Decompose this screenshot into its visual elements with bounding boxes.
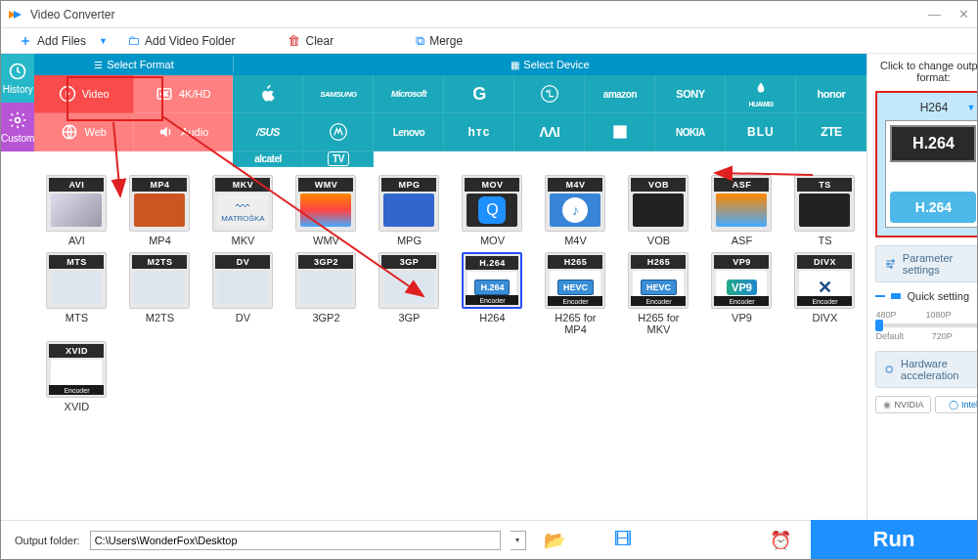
custom-button[interactable]: Custom xyxy=(1,103,34,151)
format-badge: VOB xyxy=(631,178,686,192)
minimize-button[interactable]: — xyxy=(928,7,941,22)
format-item-h264[interactable]: H.264H.264EncoderH264 xyxy=(460,252,524,335)
brand-asus[interactable]: /SUS xyxy=(233,113,303,151)
format-badge: MP4 xyxy=(132,178,187,192)
tab-header: ☰ Select Format ▦ Select Device xyxy=(34,54,867,75)
brand-samsung[interactable]: SAMSUNG xyxy=(303,75,374,113)
format-item-mpg[interactable]: MPGMPG xyxy=(377,175,441,246)
brand-honor[interactable]: honor xyxy=(796,75,867,113)
brand-lenovo[interactable]: Lenovo xyxy=(374,113,444,151)
format-item-vp9[interactable]: VP9VP9EncoderVP9 xyxy=(709,252,774,335)
add-files-button[interactable]: ＋ Add Files ▼ xyxy=(11,30,115,52)
tab-4khd-label: 4K/HD xyxy=(179,88,210,100)
format-label: AVI xyxy=(68,235,85,246)
output-format-preview[interactable]: H264 ▼ H.264 H.264 xyxy=(875,91,978,237)
slider-track[interactable] xyxy=(875,323,978,327)
format-item-mts[interactable]: MTSMTS xyxy=(44,252,109,335)
brand-alcatel[interactable]: alcatel xyxy=(233,151,303,167)
format-item-mp4[interactable]: MP4MP4 xyxy=(127,175,192,246)
brand-sony[interactable]: SONY xyxy=(655,75,726,113)
run-button[interactable]: Run xyxy=(811,520,977,559)
format-label: DV xyxy=(236,312,250,323)
timer-icon[interactable]: ⏰ xyxy=(770,530,791,551)
chevron-down-icon[interactable]: ▼ xyxy=(967,103,976,112)
open-folder-icon[interactable]: 📂 xyxy=(544,530,565,551)
format-item-h265-for-mkv[interactable]: H265For MKVHEVCEncoderH265 for MKV xyxy=(626,252,690,335)
tab-web[interactable]: Web xyxy=(34,113,134,151)
device-brand-tabs: SAMSUNG Microsoft G amazon SONY HUAWEI h… xyxy=(233,75,867,167)
output-format-head: H264 ▼ xyxy=(885,101,978,114)
format-badge: MPG xyxy=(381,178,436,192)
format-item-3gp2[interactable]: 3GP23GP2 xyxy=(293,252,358,335)
format-item-ts[interactable]: TSTS xyxy=(792,175,857,246)
format-item-mov[interactable]: MOVQMOV xyxy=(460,175,524,246)
format-item-3gp[interactable]: 3GP3GP xyxy=(377,252,441,335)
brand-microsoft[interactable]: Microsoft xyxy=(374,75,444,113)
format-label: TS xyxy=(818,235,831,246)
select-device-label: Select Device xyxy=(523,59,589,70)
main-area: History Custom ☰ Select Format ▦ Select … xyxy=(1,54,977,520)
slider-thumb[interactable] xyxy=(875,320,883,331)
format-item-vob[interactable]: VOBVOB xyxy=(626,175,690,246)
apple-icon xyxy=(258,84,278,104)
parameter-settings-button[interactable]: Parameter settings xyxy=(875,245,978,282)
format-item-asf[interactable]: ASFASF xyxy=(709,175,774,246)
quality-slider[interactable]: 480P 1080P 4K Default 720P 2K xyxy=(875,310,978,343)
nvidia-chip[interactable]: ◉NVIDIA xyxy=(875,396,931,413)
format-badge: MOV xyxy=(465,178,519,192)
format-item-dv[interactable]: DVDV xyxy=(210,252,275,335)
intel-chip[interactable]: ◯Intel xyxy=(935,396,978,413)
format-item-xvid[interactable]: XVIDEncoderXVID xyxy=(44,341,109,412)
brand-lg[interactable] xyxy=(514,75,585,113)
format-badge: XVID xyxy=(49,344,104,358)
format-item-divx[interactable]: DIVX✕EncoderDIVX xyxy=(792,252,857,335)
brand-tv[interactable]: TV xyxy=(303,151,374,167)
close-button[interactable]: ✕ xyxy=(958,7,969,22)
format-badge: ASF xyxy=(714,178,769,192)
brand-motorola[interactable] xyxy=(303,113,374,151)
brand-apple[interactable] xyxy=(233,75,303,113)
tab-4khd[interactable]: 4K 4K/HD xyxy=(134,75,234,113)
format-badge: M4V xyxy=(548,178,602,192)
format-item-m4v[interactable]: M4V♪M4V xyxy=(543,175,607,246)
format-badge: DIVX xyxy=(797,255,852,269)
brand-oneplus[interactable] xyxy=(585,113,655,151)
history-button[interactable]: History xyxy=(1,54,34,103)
format-label: VOB xyxy=(647,235,670,246)
format-item-h265-for-mp4[interactable]: H265For MP4HEVCEncoderH265 for MP4 xyxy=(543,252,607,335)
tab-audio[interactable]: Audio xyxy=(134,113,234,151)
format-item-mkv[interactable]: MKV〰MATROŠKAMKV xyxy=(210,175,275,246)
add-folder-button[interactable]: 🗀 Add Video Folder xyxy=(119,31,244,50)
brand-huawei[interactable]: HUAWEI xyxy=(726,75,796,113)
merge-label: Merge xyxy=(429,34,463,48)
format-label: MTS xyxy=(66,312,88,323)
format-label: 3GP xyxy=(398,312,420,323)
format-item-avi[interactable]: AVIAVI xyxy=(44,175,109,246)
brand-amazon[interactable]: amazon xyxy=(585,75,655,113)
brand-google[interactable]: G xyxy=(444,75,514,113)
brand-htc[interactable]: hтc xyxy=(444,113,514,151)
format-badge: VP9 xyxy=(714,255,769,269)
merge-button[interactable]: ⧉ Merge xyxy=(408,31,470,51)
film-icon[interactable]: 🎞 xyxy=(614,530,632,550)
output-folder-input[interactable] xyxy=(90,531,501,550)
tab-video[interactable]: Video xyxy=(34,75,134,113)
format-badge: AVI xyxy=(49,178,104,192)
brand-xiaomi[interactable]: ΛΛI xyxy=(514,113,585,151)
brand-blu[interactable]: BLU xyxy=(726,113,796,151)
clear-button[interactable]: 🗑 Clear xyxy=(280,31,341,50)
brand-nokia[interactable]: NOKIA xyxy=(655,113,726,151)
tab-audio-label: Audio xyxy=(181,126,208,138)
format-badge: DV xyxy=(215,255,270,269)
hardware-acceleration-button[interactable]: Hardware acceleration xyxy=(875,351,978,388)
format-label: WMV xyxy=(313,235,339,246)
output-folder-label: Output folder: xyxy=(15,535,80,546)
output-folder-dropdown[interactable]: ▾ xyxy=(511,531,526,550)
format-grid: AVIAVIMP4MP4MKV〰MATROŠKAMKVWMVWMVMPGMPGM… xyxy=(34,167,867,520)
chevron-down-icon[interactable]: ▼ xyxy=(99,36,108,46)
format-item-wmv[interactable]: WMVWMV xyxy=(293,175,358,246)
folder-plus-icon: 🗀 xyxy=(127,33,140,48)
format-item-m2ts[interactable]: M2TSM2TS xyxy=(127,252,192,335)
right-panel: Click to change output format: H264 ▼ H.… xyxy=(867,54,978,520)
brand-zte[interactable]: ZTE xyxy=(796,113,867,151)
